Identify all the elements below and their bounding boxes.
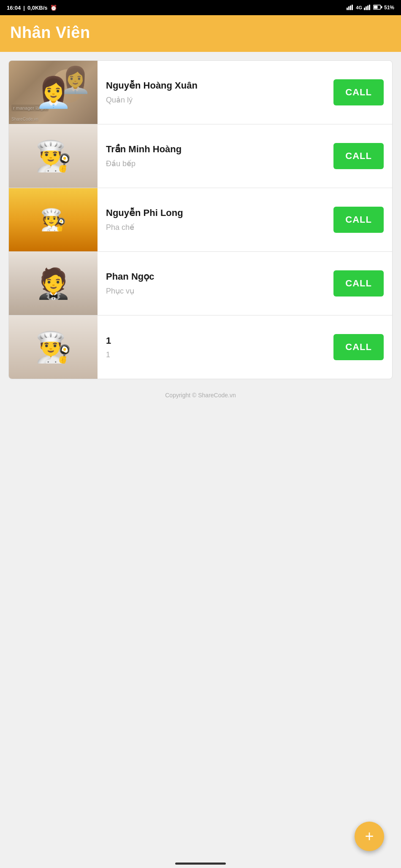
- status-bar-left: 16:04 | 0,0KB/s ⏰: [7, 5, 57, 11]
- employee-avatar-3: 🧑‍🍳: [9, 188, 98, 251]
- svg-rect-5: [366, 6, 367, 10]
- app-header: Nhân Viên: [0, 15, 401, 52]
- employee-name-4: Phan Ngọc: [106, 271, 325, 282]
- call-button-5[interactable]: CALL: [333, 334, 384, 360]
- battery-icon: [373, 5, 382, 11]
- employee-info-3: Nguyễn Phi Long Pha chế: [98, 199, 333, 240]
- svg-rect-6: [367, 5, 368, 10]
- add-employee-button[interactable]: +: [355, 822, 384, 851]
- list-item: 👨‍🍳 Trần Minh Hoàng Đầu bếp CALL: [9, 124, 392, 188]
- employee-avatar-5: 👨‍🍳: [9, 315, 98, 379]
- svg-rect-4: [364, 8, 365, 10]
- employee-role-5: 1: [106, 350, 325, 359]
- employee-name-3: Nguyễn Phi Long: [106, 208, 325, 218]
- call-button-3[interactable]: CALL: [333, 207, 384, 233]
- status-bar-right: 4G 51%: [347, 4, 394, 11]
- call-button-1[interactable]: CALL: [333, 79, 384, 105]
- svg-rect-2: [350, 5, 351, 10]
- call-button-4[interactable]: CALL: [333, 270, 384, 297]
- employee-name-5: 1: [106, 335, 325, 346]
- home-indicator: [175, 863, 226, 865]
- employee-role-1: Quản lý: [106, 95, 325, 105]
- network-speed: |: [23, 5, 25, 11]
- employee-role-3: Pha chế: [106, 223, 325, 232]
- call-button-2[interactable]: CALL: [333, 143, 384, 169]
- employee-info-5: 1 1: [98, 327, 333, 368]
- svg-rect-3: [352, 5, 353, 10]
- employee-role-2: Đầu bếp: [106, 159, 325, 168]
- list-item: 🤵 Phan Ngọc Phục vụ CALL: [9, 252, 392, 315]
- employee-name-2: Trần Minh Hoàng: [106, 144, 325, 155]
- list-item: 👨‍🍳 1 1 CALL: [9, 315, 392, 379]
- employee-role-4: Phục vụ: [106, 286, 325, 296]
- employee-avatar-4: 🤵: [9, 252, 98, 315]
- list-item: 👩‍💼 r manager là gì? ShareCode.vn Nguyễn…: [9, 61, 392, 124]
- time-display: 16:04: [7, 5, 21, 11]
- network-usage: 0,0KB/s: [27, 5, 48, 11]
- svg-rect-0: [347, 8, 348, 10]
- status-bar: 16:04 | 0,0KB/s ⏰ 4G: [0, 0, 401, 15]
- signal-strength2-icon: [364, 4, 371, 11]
- battery-percent: 51%: [384, 5, 394, 11]
- employee-info-2: Trần Minh Hoàng Đầu bếp: [98, 135, 333, 177]
- employee-info-4: Phan Ngọc Phục vụ: [98, 263, 333, 304]
- svg-rect-10: [374, 5, 377, 8]
- page-title: Nhân Viên: [10, 24, 391, 42]
- employee-avatar-2: 👨‍🍳: [9, 124, 98, 188]
- signal-strength-icon: [347, 4, 354, 11]
- svg-rect-7: [369, 5, 370, 10]
- employee-avatar-1: 👩‍💼 r manager là gì? ShareCode.vn: [9, 61, 98, 124]
- svg-rect-9: [381, 6, 382, 8]
- employee-info-1: Nguyễn Hoàng Xuân Quản lý: [98, 72, 333, 113]
- network-type: 4G: [356, 5, 362, 10]
- list-item: 🧑‍🍳 Nguyễn Phi Long Pha chế CALL: [9, 188, 392, 252]
- alarm-icon: ⏰: [50, 5, 57, 11]
- employee-list: 👩‍💼 r manager là gì? ShareCode.vn Nguyễn…: [8, 60, 393, 379]
- svg-rect-1: [348, 6, 350, 10]
- employee-name-1: Nguyễn Hoàng Xuân: [106, 80, 325, 91]
- copyright-text: Copyright © ShareCode.vn: [165, 392, 236, 399]
- footer: Copyright © ShareCode.vn: [8, 379, 393, 407]
- main-content: 👩‍💼 r manager là gì? ShareCode.vn Nguyễn…: [0, 52, 401, 769]
